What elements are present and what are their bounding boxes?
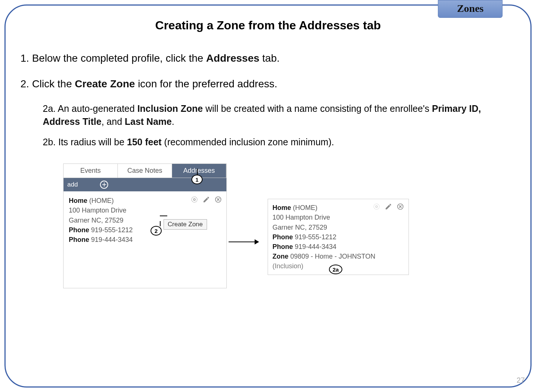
step-2b-bold: 150 feet — [127, 137, 162, 147]
delete-icon[interactable] — [214, 196, 222, 203]
step-2b-post: (recommended inclusion zone minimum). — [162, 137, 334, 147]
callout-line-2a — [160, 221, 161, 226]
zone-label: Zone — [272, 253, 288, 260]
phone-1: 919-555-1212 — [293, 233, 336, 241]
svg-point-3 — [376, 206, 378, 208]
add-label: add — [67, 181, 78, 188]
create-zone-icon[interactable] — [191, 196, 198, 203]
phone-label-1: Phone — [272, 233, 293, 241]
callout-line-1 — [197, 169, 198, 175]
slide-content: Creating a Zone from the Addresses tab 1… — [20, 15, 516, 377]
step-2a-pre: 2a. An auto-generated — [43, 103, 137, 114]
step-2a-post: . — [172, 116, 174, 127]
page-title: Creating a Zone from the Addresses tab — [20, 19, 516, 32]
screenshot-area: Events Case Notes Addresses add + — [20, 163, 516, 338]
phone-1: 919-555-1212 — [89, 226, 133, 234]
tab-case-notes[interactable]: Case Notes — [118, 164, 172, 178]
step-1-bold: Addresses — [206, 52, 259, 64]
tab-events[interactable]: Events — [64, 164, 118, 178]
zone-value: 09809 - Home - JOHNSTON — [288, 253, 375, 260]
addr-title: Home — [272, 204, 291, 211]
phone-label-1: Phone — [69, 226, 89, 234]
svg-point-4 — [374, 204, 380, 210]
phone-2: 919-444-3434 — [293, 243, 336, 250]
addr-title-type: (HOME) — [291, 204, 317, 211]
step-2a-mid2: , and — [101, 116, 125, 127]
step-2a-mid: will be created with a name consisting o… — [203, 103, 432, 114]
step-2b-pre: 2b. Its radius will be — [43, 137, 127, 147]
svg-point-0 — [194, 199, 196, 201]
step-2-text: 2. Click the — [20, 78, 75, 90]
card-actions-after — [373, 203, 404, 210]
address-card-before: Home (HOME) 100 Hampton Drive Garner NC,… — [64, 191, 226, 288]
step-1: 1. Below the completed profile, click th… — [20, 51, 516, 65]
addr-line1: 100 Hampton Drive — [69, 205, 221, 215]
phone-label-2: Phone — [69, 236, 89, 243]
edit-icon[interactable] — [203, 196, 210, 203]
page-number: 27 — [517, 376, 525, 385]
addr-title-type: (HOME) — [87, 197, 114, 204]
callout-line-2b — [160, 216, 167, 216]
step-2a-b3: Last Name — [125, 116, 172, 127]
step-1-post: tab. — [259, 52, 280, 64]
step-2: 2. Click the Create Zone icon for the pr… — [20, 77, 516, 91]
add-icon[interactable]: + — [100, 181, 108, 189]
step-2-bold: Create Zone — [75, 78, 135, 90]
svg-point-1 — [192, 197, 197, 203]
card-actions — [191, 196, 222, 203]
create-zone-icon[interactable] — [373, 203, 380, 210]
zones-header-tab: Zones — [438, 0, 503, 18]
delete-icon[interactable] — [397, 203, 404, 210]
addr-line2: Garner NC, 27529 — [272, 223, 404, 232]
addr-line1: 100 Hampton Drive — [272, 213, 404, 222]
edit-icon[interactable] — [385, 203, 392, 210]
step-1-text: 1. Below the completed profile, click th… — [20, 52, 206, 64]
arrow-icon — [229, 242, 258, 242]
tabs-row: Events Case Notes Addresses — [64, 164, 226, 178]
address-card-after: Home (HOME) 100 Hampton Drive Garner NC,… — [268, 199, 409, 275]
phone-2: 919-444-3434 — [89, 236, 133, 243]
phone-label-2: Phone — [272, 243, 293, 250]
step-2-post: icon for the preferred address. — [135, 78, 277, 90]
addr-title: Home — [69, 197, 87, 204]
step-2a: 2a. An auto-generated Inclusion Zone wil… — [43, 102, 516, 128]
step-2a-b1: Inclusion Zone — [137, 103, 203, 114]
step-2b: 2b. Its radius will be 150 feet (recomme… — [43, 136, 516, 149]
create-zone-tooltip: Create Zone — [164, 219, 207, 230]
